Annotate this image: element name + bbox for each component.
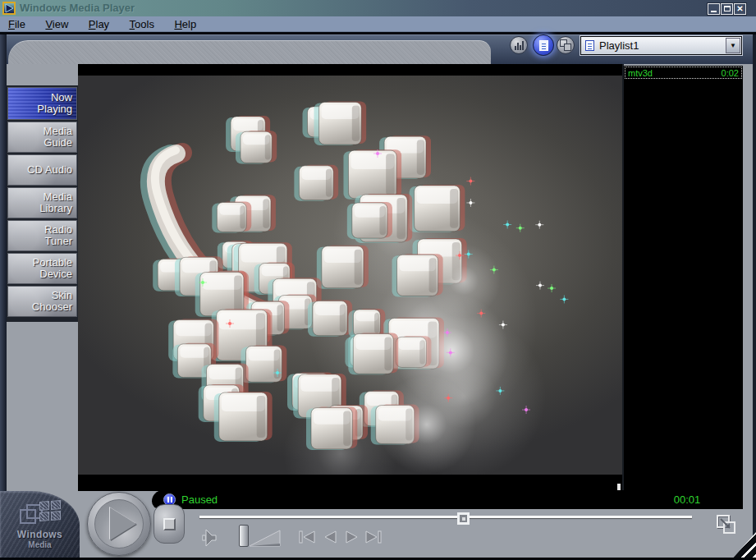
playlist-item-title: mtv3d <box>628 68 653 78</box>
volume-slider[interactable] <box>249 524 282 552</box>
elapsed-time: 00:01 <box>654 490 720 509</box>
status-bar: Paused 00:01 <box>152 490 743 509</box>
play-icon <box>110 507 136 540</box>
previous-button[interactable] <box>297 530 317 548</box>
mute-button[interactable] <box>200 528 218 551</box>
sidebar-item-now-playing[interactable]: Now Playing <box>7 87 77 120</box>
minimize-icon <box>711 11 717 12</box>
minimize-button[interactable] <box>708 3 720 15</box>
close-icon: ✕ <box>735 4 745 14</box>
chevron-down-icon: ▼ <box>730 42 736 49</box>
stop-button[interactable] <box>153 504 185 544</box>
window-title: Windows Media Player <box>20 0 135 16</box>
playback-state: Paused <box>181 490 218 509</box>
volume-slider-handle[interactable] <box>239 525 249 547</box>
play-button[interactable] <box>87 492 151 556</box>
playlist-doc-icon <box>585 40 594 51</box>
branding-line2: Media <box>0 540 80 549</box>
sidebar-item-portable-device[interactable]: Portable Device <box>7 253 77 284</box>
sidebar-item-media-library[interactable]: Media Library <box>7 187 77 218</box>
maximize-button[interactable] <box>721 3 733 15</box>
equalizer-icon <box>515 40 524 50</box>
switch-view-icon <box>560 39 571 51</box>
left-frame <box>0 34 7 560</box>
play-button-face <box>94 499 144 549</box>
chrome-plate-top <box>8 40 491 64</box>
equalizer-settings-button[interactable] <box>510 36 528 54</box>
playlist-item[interactable]: mtv3d 0:02 <box>625 67 742 79</box>
combo-dropdown-button[interactable]: ▼ <box>726 38 740 53</box>
menu-tools[interactable]: Tools <box>121 16 163 30</box>
fast-forward-button[interactable] <box>344 530 360 548</box>
menu-view[interactable]: View <box>37 16 76 30</box>
sidebar-item-skin-chooser[interactable]: Skin Chooser <box>7 286 77 317</box>
anaglyph-cubes-art <box>78 76 622 475</box>
menu-help[interactable]: Help <box>166 16 204 30</box>
playlist-panel: mtv3d 0:02 <box>624 66 743 490</box>
wmp-window: Windows Media Player ✕ File View Play To… <box>0 0 756 560</box>
windows-flag-icon <box>20 501 61 529</box>
compact-mode-icon <box>714 512 739 537</box>
next-button[interactable] <box>364 530 383 548</box>
rewind-icon <box>322 530 338 544</box>
maximize-icon <box>724 6 731 11</box>
seek-handle[interactable] <box>457 512 470 525</box>
right-frame <box>753 34 756 560</box>
sidebar-item-media-guide[interactable]: Media Guide <box>7 122 77 153</box>
volume-wedge-icon <box>249 524 282 549</box>
video-display[interactable] <box>78 64 622 491</box>
menu-bar: File View Play Tools Help <box>0 16 756 32</box>
playlist-select[interactable]: Playlist1 ▼ <box>580 36 742 55</box>
playlist-doc-icon <box>539 40 548 51</box>
task-sidebar: Now Playing Media Guide CD Audio Media L… <box>7 85 78 322</box>
sidebar-item-radio-tuner[interactable]: Radio Tuner <box>7 220 77 251</box>
playlist-select-value: Playlist1 <box>599 39 726 52</box>
fast-forward-icon <box>344 530 360 544</box>
switch-view-button[interactable] <box>557 36 575 54</box>
menu-play[interactable]: Play <box>80 16 117 30</box>
branding-line1: Windows <box>0 529 80 540</box>
show-playlist-button[interactable] <box>533 34 554 56</box>
video-content <box>78 76 622 475</box>
close-button[interactable]: ✕ <box>734 3 746 15</box>
rewind-button[interactable] <box>322 530 338 548</box>
title-bar[interactable]: Windows Media Player ✕ <box>0 0 756 16</box>
seek-bar[interactable] <box>199 516 692 518</box>
speaker-icon <box>200 528 218 548</box>
playlist-item-duration: 0:02 <box>722 68 739 78</box>
stop-icon <box>163 518 176 530</box>
wmp-logo-icon <box>2 2 16 15</box>
skip-next-icon <box>364 530 383 544</box>
skip-back-icon <box>297 530 317 544</box>
menu-file[interactable]: File <box>0 16 34 30</box>
compact-mode-button[interactable] <box>714 512 739 540</box>
sidebar-item-cd-audio[interactable]: CD Audio <box>7 154 77 186</box>
